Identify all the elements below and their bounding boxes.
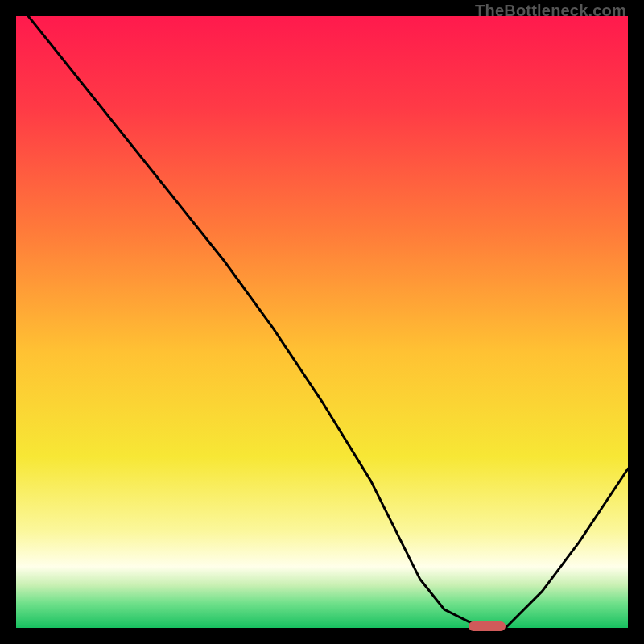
- plot-area: [16, 16, 628, 628]
- bottleneck-curve: [16, 16, 628, 628]
- chart-frame: TheBottleneck.com: [0, 0, 644, 644]
- optimal-marker: [469, 621, 506, 631]
